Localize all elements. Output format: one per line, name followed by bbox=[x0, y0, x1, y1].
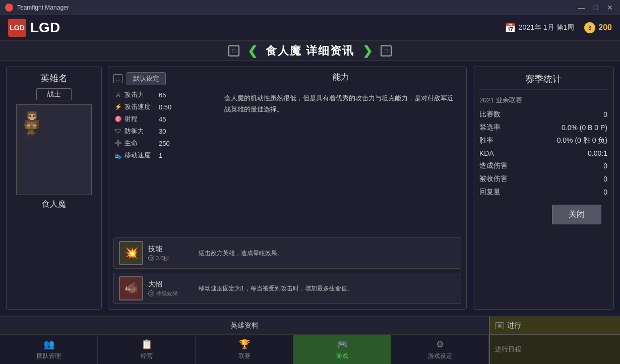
season-stat-label: 造成伤害 bbox=[479, 161, 508, 170]
skill-cooldown: ⏱ 3.0秒 bbox=[148, 255, 194, 262]
close-button[interactable]: ✕ bbox=[605, 3, 615, 13]
team-logo: LGD bbox=[8, 19, 26, 37]
gold-icon: $ bbox=[584, 22, 595, 33]
game-icon: 🎮 bbox=[337, 339, 348, 350]
season-title: 赛季统计 bbox=[479, 73, 607, 90]
app-icon bbox=[5, 4, 13, 12]
season-stat-label: 胜率 bbox=[479, 136, 493, 145]
defense-label: 防御力 bbox=[125, 127, 155, 136]
restore-button[interactable]: □ bbox=[591, 3, 601, 13]
hero-description: 食人魔的机动性虽然很低，但是具有着优秀的攻击力与坦克能力，是对付敌军近战英雄的最… bbox=[224, 94, 454, 113]
nav-btn-league[interactable]: 🏆 联赛 bbox=[196, 335, 293, 364]
title-bar-controls: — □ ✕ bbox=[577, 3, 615, 13]
season-stat-row: 胜率 0.0% (0 胜 0 负) bbox=[479, 136, 607, 145]
hero-sprite bbox=[16, 104, 92, 195]
season-stat-row: 造成伤害 0 bbox=[479, 161, 607, 170]
settings-icon: ⚙ bbox=[436, 339, 444, 350]
bottom-info-bar: 英雄资料 bbox=[0, 317, 489, 335]
season-stat-row: 回复量 0 bbox=[479, 188, 607, 197]
progress-icon: ▣ bbox=[495, 322, 504, 329]
nav-next-button[interactable]: ❯ bbox=[362, 44, 373, 58]
move-speed-value: 1 bbox=[159, 152, 162, 159]
season-stats-container: 比赛数 0 禁选率 0.0% (0 B 0 P) 胜率 0.0% (0 胜 0 … bbox=[479, 110, 607, 197]
gold-display: $ 200 bbox=[584, 22, 612, 33]
move-speed-label: 移动速度 bbox=[125, 151, 155, 160]
ultimate-type: ⏱ 持续效果 bbox=[148, 290, 194, 297]
stats-section: □ 默认设定 ⚔ 攻击力 65 ⚡ 攻击速度 0.50 🎯 射程 45 bbox=[113, 72, 214, 233]
hp-icon: ➕ bbox=[113, 140, 122, 147]
ability-section-label: 能力 bbox=[333, 73, 349, 81]
ultimate-icon: 🐗 bbox=[119, 276, 143, 300]
date-text: 2021年 1月 第1周 bbox=[519, 23, 575, 32]
skill-row: 💥 技能 ⏱ 3.0秒 猛击敌方英雄，造成晕眩效果。 bbox=[113, 237, 461, 269]
stat-range: 🎯 射程 45 bbox=[113, 114, 214, 124]
team-icon: 👥 bbox=[43, 339, 54, 350]
settings-icon: □ bbox=[113, 74, 122, 83]
defense-value: 30 bbox=[159, 128, 166, 135]
season-stat-value: 0 bbox=[603, 188, 607, 196]
cooldown-icon: ⏱ bbox=[148, 255, 154, 261]
season-stat-label: 比赛数 bbox=[479, 110, 501, 119]
nav-btn-settings[interactable]: ⚙ 游戏设定 bbox=[391, 335, 489, 364]
range-value: 45 bbox=[159, 115, 166, 123]
bottom-left: 英雄资料 👥 团队管理 📋 经营 🏆 联赛 🎮 游戏 ⚙ 游戏设定 bbox=[0, 317, 489, 364]
minimize-button[interactable]: — bbox=[577, 3, 587, 13]
close-button[interactable]: 关闭 bbox=[552, 205, 601, 224]
title-bar: Teamfight Manager — □ ✕ bbox=[0, 0, 620, 15]
season-stat-row: 禁选率 0.0% (0 B 0 P) bbox=[479, 123, 607, 132]
season-stat-row: 被收伤害 0 bbox=[479, 174, 607, 184]
season-stat-value: 0.0% (0 B 0 P) bbox=[562, 124, 607, 132]
skill-icon: 💥 bbox=[119, 241, 143, 265]
season-stat-row: KDA 0.00:1 bbox=[479, 149, 607, 157]
attack-speed-label: 攻击速度 bbox=[125, 102, 155, 111]
nav-btn-management[interactable]: 📋 经营 bbox=[98, 335, 196, 364]
stat-attack-speed: ⚡ 攻击速度 0.50 bbox=[113, 102, 214, 111]
management-label: 经营 bbox=[141, 352, 153, 360]
season-stat-value: 0.0% (0 胜 0 负) bbox=[557, 136, 607, 145]
main-content: 英雄名 战士 食人魔 □ 默认设定 ⚔ 攻击力 65 ⚡ bbox=[0, 60, 620, 316]
stat-hp: ➕ 生命 250 bbox=[113, 139, 214, 148]
nav-icon-right: □ bbox=[381, 45, 392, 56]
nav-btn-team[interactable]: 👥 团队管理 bbox=[0, 335, 98, 364]
stat-attack: ⚔ 攻击力 65 bbox=[113, 90, 214, 99]
season-stat-value: 0 bbox=[603, 110, 607, 118]
hero-name-label: 英雄名 bbox=[40, 72, 68, 84]
nav-prev-button[interactable]: ❮ bbox=[247, 44, 258, 58]
settings-button[interactable]: 默认设定 bbox=[127, 72, 166, 85]
hero-panel: 英雄名 战士 食人魔 bbox=[6, 67, 102, 310]
ultimate-info: 大招 ⏱ 持续效果 bbox=[148, 280, 194, 297]
nav-title: 食人魔 详细资讯 bbox=[266, 43, 354, 58]
middle-panel: □ 默认设定 ⚔ 攻击力 65 ⚡ 攻击速度 0.50 🎯 射程 45 bbox=[108, 67, 467, 310]
game-label: 游戏 bbox=[336, 352, 348, 360]
stat-move-speed: 👟 移动速度 1 bbox=[113, 151, 214, 160]
progress-sub: 进行日程 bbox=[495, 345, 521, 354]
season-stat-value: 0 bbox=[603, 175, 607, 183]
ultimate-row: 🐗 大招 ⏱ 持续效果 移动速度固定为1，每当被受到攻击时，增加最多生命值。 bbox=[113, 273, 461, 304]
range-label: 射程 bbox=[125, 114, 155, 124]
attack-label: 攻击力 bbox=[125, 90, 155, 99]
hp-label: 生命 bbox=[125, 139, 155, 148]
skill-description: 猛击敌方英雄，造成晕眩效果。 bbox=[199, 249, 283, 258]
settings-bar: □ 默认设定 bbox=[113, 72, 214, 85]
header: LGD LGD 📅 2021年 1月 第1周 $ 200 bbox=[0, 15, 620, 41]
season-subtitle: 2021 业余联赛 bbox=[479, 96, 607, 105]
team-name: LGD bbox=[30, 20, 60, 36]
skill-info: 技能 ⏱ 3.0秒 bbox=[148, 245, 194, 262]
hero-type: 战士 bbox=[47, 90, 61, 98]
bottom-nav: 👥 团队管理 📋 经营 🏆 联赛 🎮 游戏 ⚙ 游戏设定 bbox=[0, 335, 489, 364]
league-label: 联赛 bbox=[238, 352, 251, 360]
progress-body: 进行日程 bbox=[490, 335, 620, 364]
title-bar-text: Teamfight Manager bbox=[17, 4, 69, 11]
bottom-bar: 英雄资料 👥 团队管理 📋 经营 🏆 联赛 🎮 游戏 ⚙ 游戏设定 ▣ 进行 进… bbox=[0, 316, 620, 364]
attack-speed-value: 0.50 bbox=[159, 103, 171, 111]
date-display: 📅 2021年 1月 第1周 bbox=[505, 22, 575, 33]
description-section: 食人魔的机动性虽然很低，但是具有着优秀的攻击力与坦克能力，是对付敌军近战英雄的最… bbox=[220, 89, 461, 233]
hp-value: 250 bbox=[159, 140, 170, 147]
right-panel: 赛季统计 2021 业余联赛 比赛数 0 禁选率 0.0% (0 B 0 P) … bbox=[473, 67, 614, 310]
season-stat-label: KDA bbox=[479, 149, 494, 157]
defense-icon: 🛡 bbox=[113, 128, 122, 135]
nav-btn-game[interactable]: 🎮 游戏 bbox=[293, 335, 391, 364]
season-stat-label: 回复量 bbox=[479, 188, 501, 197]
bottom-info-label: 英雄资料 bbox=[230, 321, 259, 330]
move-speed-icon: 👟 bbox=[113, 152, 122, 159]
